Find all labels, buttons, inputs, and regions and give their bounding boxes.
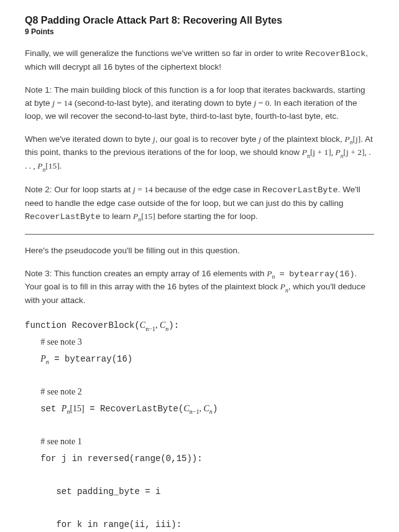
code-identifier: RecoverLastByte — [262, 185, 338, 195]
code-identifier: RecoverLastByte — [25, 212, 101, 222]
note2-paragraph: Note 2: Our for loop starts at j = 14 be… — [25, 184, 374, 224]
question-container: Q8 Padding Oracle Attack Part 8: Recover… — [0, 0, 399, 532]
code-identifier: RecoverBlock — [305, 49, 365, 58]
note1-paragraph: Note 1: The main building block of this … — [25, 84, 374, 123]
pseudocode-block: function RecoverBlock(Cn−1, Cn): # see n… — [25, 317, 374, 532]
question-title: Q8 Padding Oracle Attack Part 8: Recover… — [25, 15, 374, 26]
pseudo-intro: Here's the pseudocode you'll be filling … — [25, 245, 374, 258]
divider — [25, 234, 374, 235]
question-points: 9 Points — [25, 27, 374, 36]
when-paragraph: When we've iterated down to byte j, our … — [25, 133, 374, 174]
code-identifier: bytearray(16) — [289, 269, 354, 279]
intro-paragraph: Finally, we will generalize the function… — [25, 47, 374, 74]
note3-paragraph: Note 3: This function creates an empty a… — [25, 268, 374, 308]
